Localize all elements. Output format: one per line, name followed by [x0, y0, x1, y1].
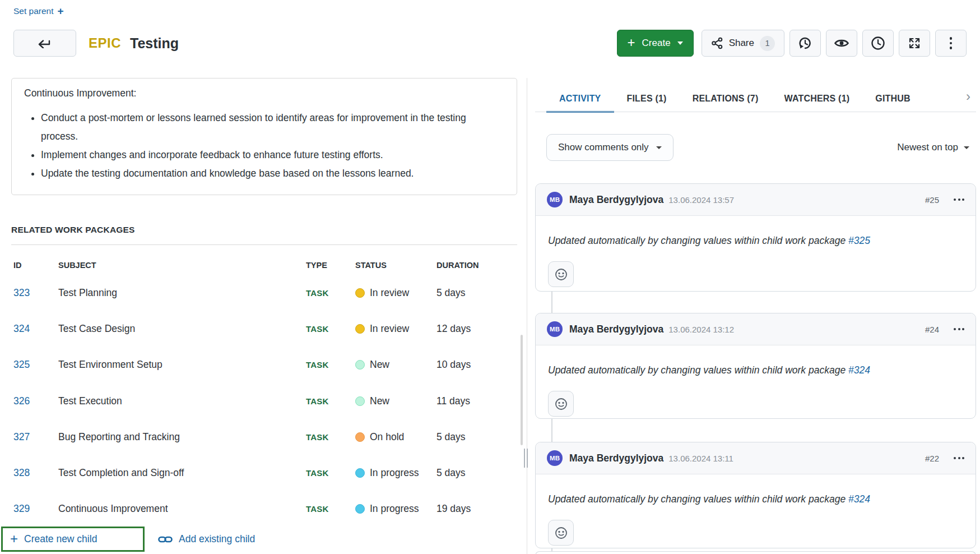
status-dot	[355, 324, 365, 334]
status-dot	[355, 396, 365, 406]
status-label: In progress	[370, 467, 419, 479]
log-time-button[interactable]	[862, 30, 894, 57]
share-button-label: Share	[729, 38, 754, 49]
comment-menu-icon[interactable]	[954, 328, 964, 330]
fullscreen-icon	[908, 36, 921, 50]
share-button[interactable]: Share 1	[702, 30, 784, 57]
comment-author: Maya Berdygylyjova	[569, 194, 663, 206]
comment-text: Updated automatically by changing values…	[548, 493, 846, 505]
baseline-comparison-button[interactable]	[789, 30, 821, 57]
comment-timestamp: 13.06.2024 13:11	[668, 454, 733, 463]
left-panel-scrollbar[interactable]	[521, 335, 523, 445]
work-package-link[interactable]: #324	[848, 364, 870, 376]
column-header-type: TYPE	[306, 261, 355, 270]
status-dot	[355, 360, 365, 370]
description-field[interactable]: Continuous Improvement: Conduct a post-m…	[11, 78, 517, 195]
work-package-subject: Test Environment Setup	[58, 359, 306, 371]
comment-number[interactable]: #25	[925, 195, 939, 205]
work-package-subject: Continuous Improvement	[58, 503, 306, 515]
create-button-label: Create	[642, 38, 671, 49]
status-dot	[355, 432, 365, 442]
comment-number[interactable]: #24	[925, 325, 939, 334]
description-bullet: Conduct a post-mortem or lessons learned…	[41, 109, 504, 146]
comments-filter-label: Show comments only	[558, 142, 649, 153]
link-chain-icon	[158, 535, 173, 543]
description-bullet: Implement changes and incorporate feedba…	[41, 146, 504, 164]
tab-activity[interactable]: ACTIVITY	[546, 85, 614, 112]
column-header-id: ID	[13, 261, 58, 270]
avatar: MB	[547, 192, 563, 207]
work-package-id-link[interactable]: 327	[13, 431, 30, 442]
create-new-child-button[interactable]: + Create new child	[1, 527, 145, 552]
duration-value: 10 days	[436, 359, 517, 371]
column-header-status: STATUS	[355, 261, 436, 270]
add-reaction-button[interactable]	[548, 391, 574, 417]
status-label: In review	[370, 287, 409, 299]
eye-icon	[834, 38, 849, 49]
table-row: 326 Test Execution TASK New 11 days	[13, 383, 517, 419]
work-package-id-link[interactable]: 326	[13, 395, 30, 407]
work-package-id-link[interactable]: 323	[13, 287, 30, 298]
work-package-id-link[interactable]: 324	[13, 323, 30, 334]
panel-resize-handle[interactable]	[524, 449, 530, 468]
comment-timestamp: 13.06.2024 13:57	[668, 195, 734, 205]
comment-body: Updated automatically by changing values…	[536, 345, 976, 417]
caret-down-icon	[964, 146, 969, 149]
tab-files[interactable]: FILES (1)	[614, 85, 680, 112]
comment-menu-icon[interactable]	[954, 457, 964, 459]
comment-author: Maya Berdygylyjova	[569, 324, 663, 335]
duration-value: 5 days	[436, 431, 517, 443]
comment-menu-icon[interactable]	[954, 198, 964, 201]
comment-body: Updated automatically by changing values…	[536, 474, 976, 546]
work-package-type-tag: TASK	[306, 504, 355, 514]
add-reaction-button[interactable]	[548, 261, 574, 287]
fullscreen-button[interactable]	[899, 30, 930, 57]
status-label: New	[370, 359, 389, 371]
comment-text: Updated automatically by changing values…	[548, 364, 846, 376]
table-row: 329 Continuous Improvement TASK In progr…	[13, 491, 517, 527]
work-package-id-link[interactable]: 328	[13, 467, 30, 478]
add-existing-child-button[interactable]: Add existing child	[158, 527, 255, 552]
work-package-link[interactable]: #325	[848, 235, 870, 246]
work-package-id-link[interactable]: 329	[13, 503, 30, 514]
kebab-menu-icon	[950, 37, 953, 49]
work-package-link[interactable]: #324	[848, 493, 870, 505]
add-reaction-button[interactable]	[548, 520, 574, 546]
work-package-subject: Test Planning	[58, 287, 306, 299]
more-options-button[interactable]	[935, 30, 967, 57]
tab-relations[interactable]: RELATIONS (7)	[680, 85, 772, 112]
work-package-type-tag: TASK	[306, 360, 355, 370]
smiley-icon	[555, 527, 568, 539]
tab-overflow-chevron-icon[interactable]: ›	[966, 89, 970, 104]
work-package-subject: Test Completion and Sign-off	[58, 467, 306, 479]
watch-button[interactable]	[826, 30, 857, 57]
duration-value: 12 days	[436, 323, 517, 335]
description-intro: Continuous Improvement:	[24, 87, 504, 99]
work-package-type-tag: TASK	[306, 432, 355, 442]
share-count-badge: 1	[760, 36, 775, 51]
duration-value: 11 days	[436, 395, 517, 407]
caret-down-icon	[677, 41, 683, 45]
sort-order-dropdown[interactable]: Newest on top	[874, 134, 969, 161]
create-new-child-label: Create new child	[24, 533, 97, 545]
tab-watchers[interactable]: WATCHERS (1)	[772, 85, 863, 112]
status-label: On hold	[370, 431, 404, 443]
table-row: 325 Test Environment Setup TASK New 10 d…	[13, 347, 517, 383]
comment-header: MB Maya Berdygylyjova 13.06.2024 13:12 #…	[536, 313, 976, 345]
status-label: In progress	[370, 503, 419, 515]
comments-filter-dropdown[interactable]: Show comments only	[546, 134, 674, 161]
work-package-subject: Test Execution	[58, 395, 306, 407]
work-package-type-tag: TASK	[306, 324, 355, 334]
avatar: MB	[547, 450, 563, 466]
set-parent-link[interactable]: Set parent +	[13, 6, 64, 16]
activity-timeline-connector	[551, 419, 552, 442]
share-icon	[711, 37, 723, 49]
tab-github[interactable]: GITHUB	[862, 85, 923, 112]
create-button[interactable]: + Create	[617, 30, 694, 57]
panel-divider	[527, 78, 527, 554]
set-parent-plus-icon: +	[58, 6, 64, 16]
back-button[interactable]	[13, 30, 76, 57]
comment-card: MB Maya Berdygylyjova 13.06.2024 13:12 #…	[535, 313, 976, 419]
work-package-id-link[interactable]: 325	[13, 359, 30, 370]
comment-number[interactable]: #22	[925, 454, 939, 463]
